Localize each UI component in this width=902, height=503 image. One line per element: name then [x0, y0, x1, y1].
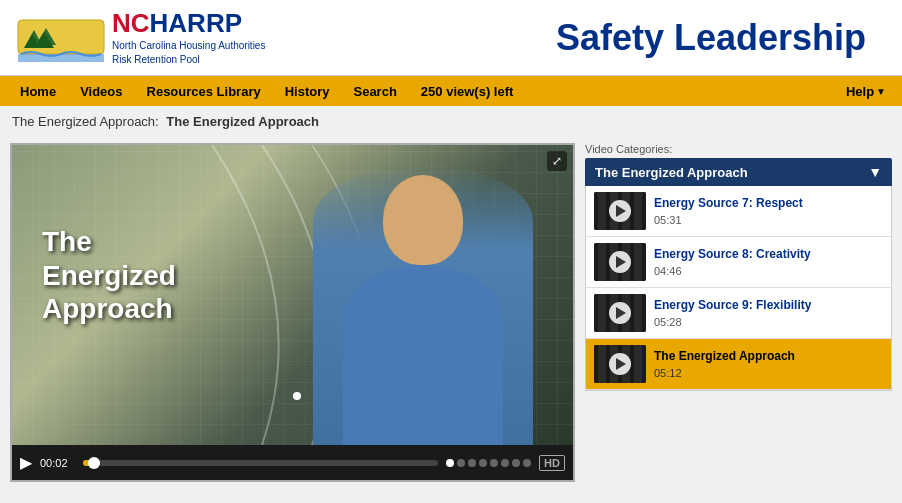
nav-search[interactable]: Search	[341, 76, 408, 106]
video-list-item[interactable]: Energy Source 8: Creativity 04:46	[586, 237, 891, 288]
category-dropdown[interactable]: The Energized Approach ▼	[585, 158, 892, 186]
progress-handle[interactable]	[88, 457, 100, 469]
slide-dots	[446, 459, 531, 467]
video-list-item[interactable]: Energy Source 7: Respect 05:31	[586, 186, 891, 237]
video-thumbnail	[594, 294, 646, 332]
video-item-duration: 05:31	[654, 214, 883, 226]
main-content: The Energized Approach ⤢ ▶ 00:02	[0, 137, 902, 488]
nav-history[interactable]: History	[273, 76, 342, 106]
breadcrumb-current: The Energized Approach	[166, 114, 319, 129]
play-triangle-icon	[616, 307, 626, 319]
expand-icon[interactable]: ⤢	[547, 151, 567, 171]
category-dropdown-icon: ▼	[868, 164, 882, 180]
video-player: The Energized Approach ⤢ ▶ 00:02	[10, 143, 575, 482]
nav-resources[interactable]: Resources Library	[135, 76, 273, 106]
logo-subtitle: North Carolina Housing Authorities Risk …	[112, 39, 265, 67]
video-controls: ▶ 00:02 HD	[12, 445, 573, 480]
breadcrumb-prefix: The Energized Approach:	[12, 114, 159, 129]
video-list-item[interactable]: The Energized Approach 05:12	[586, 339, 891, 390]
nc-map-logo	[16, 10, 106, 65]
logo-harrp: HARRP	[150, 8, 242, 38]
svg-rect-5	[18, 54, 104, 62]
help-label: Help	[846, 84, 874, 99]
play-triangle-icon	[616, 358, 626, 370]
nav-home[interactable]: Home	[8, 76, 68, 106]
video-item-title: The Energized Approach	[654, 349, 883, 365]
navbar: Home Videos Resources Library History Se…	[0, 76, 902, 106]
play-icon	[609, 200, 631, 222]
video-item-duration: 05:28	[654, 316, 883, 328]
page-title: Safety Leadership	[556, 17, 886, 59]
slide-dot	[293, 392, 301, 400]
slide-dot-7[interactable]	[512, 459, 520, 467]
video-item-title: Energy Source 7: Respect	[654, 196, 883, 212]
video-info: The Energized Approach 05:12	[654, 349, 883, 379]
video-info: Energy Source 9: Flexibility 05:28	[654, 298, 883, 328]
video-item-title: Energy Source 8: Creativity	[654, 247, 883, 263]
views-left: 250 view(s) left	[409, 84, 526, 99]
video-list: Energy Source 7: Respect 05:31 Energy So…	[585, 186, 892, 391]
play-triangle-icon	[616, 205, 626, 217]
hd-badge: HD	[539, 455, 565, 471]
play-triangle-icon	[616, 256, 626, 268]
play-icon	[609, 251, 631, 273]
categories-label: Video Categories:	[585, 143, 892, 155]
time-display: 00:02	[40, 457, 75, 469]
video-list-item[interactable]: Energy Source 9: Flexibility 05:28	[586, 288, 891, 339]
logo-text: NCHARRP North Carolina Housing Authoriti…	[112, 8, 265, 67]
slide-dot-8[interactable]	[523, 459, 531, 467]
header: NCHARRP North Carolina Housing Authoriti…	[0, 0, 902, 76]
video-thumbnail	[594, 345, 646, 383]
sidebar: Video Categories: The Energized Approach…	[585, 143, 892, 482]
video-title-overlay: The Energized Approach	[42, 225, 176, 326]
video-item-title: Energy Source 9: Flexibility	[654, 298, 883, 314]
play-icon	[609, 302, 631, 324]
breadcrumb: The Energized Approach: The Energized Ap…	[0, 106, 902, 137]
video-screen: The Energized Approach ⤢	[12, 145, 573, 445]
video-item-duration: 04:46	[654, 265, 883, 277]
video-info: Energy Source 8: Creativity 04:46	[654, 247, 883, 277]
nav-videos[interactable]: Videos	[68, 76, 134, 106]
play-button[interactable]: ▶	[20, 453, 32, 472]
play-icon	[609, 353, 631, 375]
logo-area: NCHARRP North Carolina Housing Authoriti…	[16, 8, 265, 67]
person-head	[383, 175, 463, 265]
person-body	[343, 265, 503, 445]
video-person	[313, 165, 533, 445]
selected-category: The Energized Approach	[595, 165, 748, 180]
slide-dot-3[interactable]	[468, 459, 476, 467]
help-chevron-icon: ▼	[876, 86, 886, 97]
help-menu[interactable]: Help ▼	[838, 84, 894, 99]
video-thumbnail	[594, 243, 646, 281]
slide-dot-1[interactable]	[446, 459, 454, 467]
slide-dot-2[interactable]	[457, 459, 465, 467]
video-item-duration: 05:12	[654, 367, 883, 379]
progress-bar[interactable]	[83, 460, 438, 466]
logo-nc: NC	[112, 8, 150, 38]
video-thumbnail	[594, 192, 646, 230]
slide-dot-5[interactable]	[490, 459, 498, 467]
video-info: Energy Source 7: Respect 05:31	[654, 196, 883, 226]
slide-dot-4[interactable]	[479, 459, 487, 467]
slide-dot-6[interactable]	[501, 459, 509, 467]
